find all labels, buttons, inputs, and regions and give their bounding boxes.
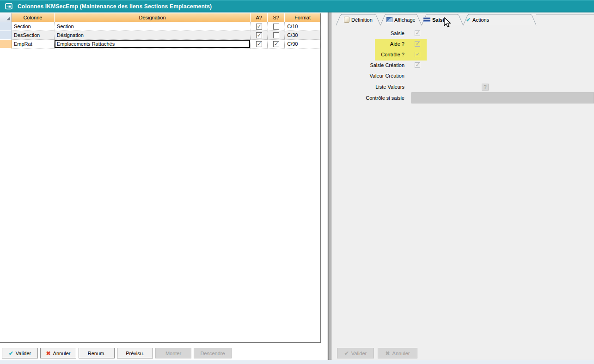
header-colonne[interactable]: Colonne [12, 13, 55, 22]
form-row-saisie: Saisie [332, 28, 594, 38]
valider-label: Valider [16, 351, 31, 356]
check-icon: ✔ [9, 351, 13, 356]
descendre-label: Descendre [200, 351, 225, 356]
checkbox-s[interactable] [273, 32, 279, 38]
controle-checkbox [415, 52, 420, 57]
properties-panel: Définition Affichage Saisie ✔ Actions Sa… [332, 12, 594, 360]
saisie-checkbox [415, 30, 420, 36]
controle-si-saisie-input[interactable] [411, 92, 594, 103]
previsu-button[interactable]: Prévisu. [117, 348, 153, 358]
columns-grid-panel: Colonne Désignation A? S? Format Section… [0, 12, 327, 360]
cell-designation[interactable]: Section [55, 22, 251, 31]
app-window: Colonnes IKMSecEmp (Maintenance des lien… [0, 0, 594, 364]
text-lines-icon [423, 17, 430, 22]
checkbox-s[interactable] [273, 41, 279, 47]
right-annuler-label: Annuler [392, 351, 410, 356]
cell-colonne[interactable]: Section [12, 22, 55, 31]
table-row[interactable]: DesSection Désignation C/30 [0, 31, 320, 40]
cell-format[interactable]: C/10 [285, 22, 320, 31]
form-row-liste-valeurs: Liste Valeurs ? [332, 82, 594, 92]
mouse-cursor [443, 17, 452, 28]
table-header-row: Colonne Désignation A? S? Format [0, 13, 320, 22]
right-annuler-button: ✖ Annuler [378, 348, 417, 358]
checkmark-icon: ✔ [466, 17, 471, 23]
tab-definition-label: Définition [351, 17, 373, 23]
monter-button: Monter [155, 348, 191, 358]
checkbox-a[interactable] [256, 41, 262, 47]
renum-button[interactable]: Renum. [79, 348, 115, 358]
header-a[interactable]: A? [251, 13, 268, 22]
window-title: Colonnes IKMSecEmp (Maintenance des lien… [18, 3, 212, 10]
liste-valeurs-help-button[interactable]: ? [482, 84, 489, 91]
cell-designation-editing[interactable]: Emplacements Rattachés [55, 40, 251, 49]
status-bar [0, 360, 594, 364]
document-icon [344, 17, 349, 23]
form-row-controle: Contrôle ? [332, 49, 594, 60]
cell-colonne[interactable]: EmpRat [12, 40, 55, 49]
valider-button[interactable]: ✔ Valider [2, 348, 38, 358]
title-bar: Colonnes IKMSecEmp (Maintenance des lien… [0, 0, 594, 12]
right-valider-button: ✔ Valider [337, 348, 374, 358]
checkbox-s[interactable] [273, 24, 279, 30]
cell-colonne[interactable]: DesSection [12, 31, 55, 40]
cell-s[interactable] [268, 22, 285, 31]
header-designation[interactable]: Désignation [55, 13, 251, 22]
tab-affichage-label: Affichage [394, 17, 416, 23]
controle-si-saisie-label: Contrôle si saisie [342, 95, 404, 101]
annuler-button[interactable]: ✖ Annuler [40, 348, 76, 358]
cell-format[interactable]: C/90 [285, 40, 320, 49]
descendre-button: Descendre [194, 348, 232, 358]
aide-checkbox [415, 41, 420, 47]
cell-format[interactable]: C/30 [285, 31, 320, 40]
table-row-selected[interactable]: EmpRat Emplacements Rattachés C/90 [0, 40, 320, 49]
liste-valeurs-label: Liste Valeurs [342, 84, 404, 90]
saisie-creation-label: Saisie Création [342, 62, 404, 68]
row-gutter[interactable] [0, 31, 12, 40]
x-icon: ✖ [386, 351, 390, 356]
cell-designation[interactable]: Désignation [55, 31, 251, 40]
row-gutter[interactable] [0, 22, 12, 31]
checkbox-a[interactable] [256, 24, 262, 30]
cell-a[interactable] [251, 22, 268, 31]
monter-label: Monter [165, 351, 181, 356]
cell-a[interactable] [251, 40, 268, 49]
form-row-controle-si-saisie: Contrôle si saisie [332, 92, 594, 104]
form-row-valeur-creation: Valeur Création [332, 71, 594, 81]
annuler-label: Annuler [53, 351, 71, 356]
table-row[interactable]: Section Section C/10 [0, 22, 320, 31]
form-row-saisie-creation: Saisie Création [332, 60, 594, 70]
aide-label: Aide ? [342, 41, 404, 47]
previsu-label: Prévisu. [126, 351, 144, 356]
display-icon [386, 17, 392, 22]
row-gutter[interactable] [0, 40, 12, 49]
tab-actions-label: Actions [472, 17, 489, 23]
header-format[interactable]: Format [285, 13, 320, 22]
tab-definition[interactable]: Définition [344, 15, 373, 24]
check-icon: ✔ [344, 351, 349, 356]
form-row-aide: Aide ? [332, 39, 594, 49]
saisie-label: Saisie [342, 30, 404, 36]
cell-s[interactable] [268, 40, 285, 49]
tab-actions[interactable]: ✔ Actions [466, 15, 489, 24]
cell-s[interactable] [268, 31, 285, 40]
tab-affichage[interactable]: Affichage [386, 15, 416, 24]
checkbox-a[interactable] [256, 32, 262, 38]
renum-label: Renum. [88, 351, 106, 356]
select-all-corner[interactable] [0, 13, 12, 22]
valeur-creation-label: Valeur Création [342, 73, 404, 79]
right-valider-label: Valider [351, 351, 367, 356]
saisie-creation-checkbox [415, 62, 420, 68]
controle-label: Contrôle ? [342, 52, 404, 57]
columns-table: Colonne Désignation A? S? Format Section… [0, 13, 321, 343]
form-icon [5, 3, 12, 10]
x-icon: ✖ [46, 351, 51, 356]
corner-triangle-icon [6, 17, 10, 20]
panel-splitter[interactable] [327, 12, 332, 360]
cell-a[interactable] [251, 31, 268, 40]
header-s[interactable]: S? [268, 13, 285, 22]
